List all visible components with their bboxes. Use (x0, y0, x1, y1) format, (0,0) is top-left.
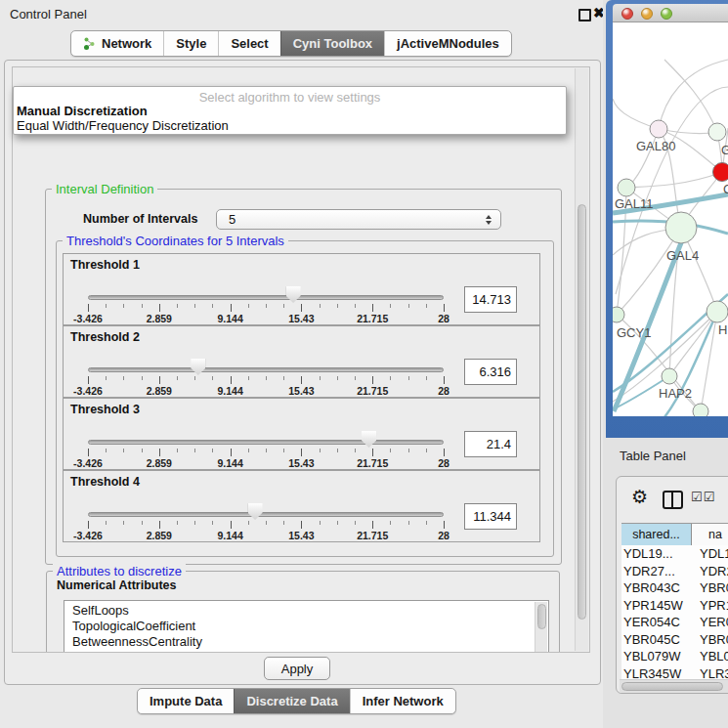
table-row[interactable]: YBR045CYBR0 (621, 631, 728, 649)
tab-jactivemnodules[interactable]: jActiveMNodules (384, 31, 511, 56)
network-canvas[interactable]: GAL80GACGAL11GAL4GCY1HHAP2 (613, 22, 728, 416)
threshold-value-field[interactable]: 14.713 (464, 286, 517, 313)
network-node-red[interactable] (713, 163, 728, 182)
table-row[interactable]: YER054CYER0 (621, 614, 728, 631)
network-window-titlebar[interactable] (613, 4, 728, 22)
network-node-bottom[interactable] (693, 404, 708, 416)
network-node-GAL80[interactable] (650, 120, 667, 138)
cell-shared-name[interactable]: YPR145W (621, 598, 692, 613)
column-header-name[interactable]: na (692, 524, 728, 545)
cell-shared-name[interactable]: YBR045C (621, 632, 692, 647)
tab-network[interactable]: Network (71, 31, 163, 56)
float-window-icon[interactable] (578, 9, 591, 21)
tick-mark (159, 304, 160, 312)
network-node-H[interactable] (707, 301, 728, 322)
node-label: GAL80 (636, 139, 675, 153)
network-node-top-right[interactable] (708, 123, 726, 141)
network-edge[interactable] (659, 60, 728, 129)
table-row[interactable]: YDR27...YDR2 (621, 563, 728, 580)
cell-shared-name[interactable]: YDL19... (621, 546, 692, 561)
network-edge[interactable] (701, 312, 717, 411)
thresholds-group: Threshold's Coordinates for 5 Intervals … (56, 240, 554, 557)
tick-mark (177, 376, 178, 380)
dropdown-placeholder-option[interactable]: Select algorithm to view settings (14, 90, 566, 105)
tick-mark (194, 376, 195, 380)
cell-shared-name[interactable]: YBR043C (621, 580, 692, 595)
close-traffic-light[interactable] (621, 8, 633, 20)
select-columns-icons[interactable]: ☑☑ (691, 490, 715, 504)
tick-mark (248, 376, 249, 380)
table-row[interactable]: YBL079WYBL0 (621, 648, 728, 665)
threshold-slider-track[interactable] (88, 512, 444, 517)
network-edge[interactable] (626, 129, 659, 188)
table-row[interactable]: YDL19...YDL1 (621, 545, 728, 563)
cell-shared-name[interactable]: YBL079W (621, 649, 692, 664)
cell-shared-name[interactable]: YER054C (621, 615, 692, 629)
network-node-GAL11[interactable] (618, 179, 635, 196)
network-icon (83, 36, 96, 51)
threshold-slider-track[interactable] (88, 295, 444, 300)
dropdown-option-equal-width-frequency[interactable]: Equal Width/Frequency Discretization (17, 118, 229, 133)
panel-scrollbar[interactable] (575, 68, 588, 651)
tab-select[interactable]: Select (218, 31, 279, 56)
cell-shared-name[interactable]: YDR27... (621, 564, 692, 578)
table-horizontal-scrollbar-thumb[interactable] (621, 682, 723, 691)
attributes-list[interactable]: SelfLoopsTopologicalCoefficientBetweenne… (64, 600, 549, 653)
table-row[interactable]: YBR043CYBR0 (621, 579, 728, 597)
threshold-slider-thumb[interactable] (248, 503, 263, 520)
minimize-traffic-light[interactable] (641, 8, 653, 20)
node-label: GCY1 (617, 325, 651, 340)
cell-name[interactable]: YLR3 (692, 666, 728, 679)
cell-name[interactable]: YBR0 (692, 580, 728, 595)
table-row[interactable]: YLR345WYLR3 (621, 665, 728, 680)
tick-mark (106, 376, 107, 380)
threshold-slider-thumb[interactable] (362, 431, 376, 448)
table-row[interactable]: YPR145WYPR1 (621, 597, 728, 615)
tab-discretize-data[interactable]: Discretize Data (234, 689, 349, 713)
panel-scrollbar-thumb[interactable] (578, 204, 586, 620)
threshold-slider-track[interactable] (88, 440, 444, 445)
tick-label: -3.426 (59, 385, 117, 397)
gear-icon[interactable]: ⚙ (631, 486, 648, 508)
list-scrollbar[interactable] (535, 602, 547, 653)
network-node-GCY1[interactable] (613, 307, 624, 322)
threshold-value-field[interactable]: 21.4 (464, 431, 517, 457)
cell-name[interactable]: YPR1 (692, 598, 728, 613)
list-scrollbar-thumb[interactable] (537, 604, 546, 629)
tick-mark (408, 449, 409, 452)
threshold-value-field[interactable]: 11.344 (464, 503, 517, 530)
cell-name[interactable]: YER0 (692, 615, 728, 629)
attribute-item[interactable]: TopologicalCoefficient (64, 619, 548, 634)
tick-label: 15.43 (272, 457, 330, 469)
table-horizontal-scrollbar[interactable] (620, 679, 728, 693)
cell-name[interactable]: YBL0 (692, 649, 728, 664)
number-of-intervals-combobox[interactable]: 5 (216, 209, 501, 230)
attribute-item[interactable]: SelfLoops (64, 603, 548, 619)
threshold-slider-track[interactable] (88, 367, 444, 372)
tick-label: 9.144 (201, 530, 260, 541)
threshold-slider-thumb[interactable] (191, 359, 205, 375)
network-node-HAP2[interactable] (662, 368, 677, 384)
column-header-shared-name[interactable]: shared... (621, 524, 692, 545)
tick-mark (283, 449, 284, 452)
cell-name[interactable]: YBR0 (692, 632, 728, 647)
column-layout-icon[interactable] (663, 491, 683, 509)
tab-infer-network[interactable]: Infer Network (350, 689, 455, 713)
apply-button[interactable]: Apply (264, 657, 330, 680)
tab-cyni-toolbox[interactable]: Cyni Toolbox (280, 31, 384, 56)
threshold-slider-thumb[interactable] (286, 286, 301, 303)
tab-style[interactable]: Style (163, 31, 218, 56)
tick-mark (266, 376, 267, 380)
tab-impute-data[interactable]: Impute Data (138, 689, 234, 713)
tick-label: 9.144 (201, 313, 260, 324)
tab-label: Cyni Toolbox (293, 36, 372, 51)
cell-shared-name[interactable]: YLR345W (621, 666, 692, 679)
cell-name[interactable]: YDL1 (692, 546, 728, 561)
attribute-item[interactable]: BetweennessCentrality (64, 634, 548, 650)
threshold-value-field[interactable]: 6.316 (464, 359, 517, 385)
zoom-traffic-light[interactable] (661, 8, 672, 20)
dropdown-option-manual-discretization[interactable]: Manual Discretization (17, 104, 148, 118)
cell-name[interactable]: YDR2 (692, 564, 728, 578)
network-node-GAL4[interactable] (665, 212, 697, 243)
tick-mark (283, 376, 284, 380)
